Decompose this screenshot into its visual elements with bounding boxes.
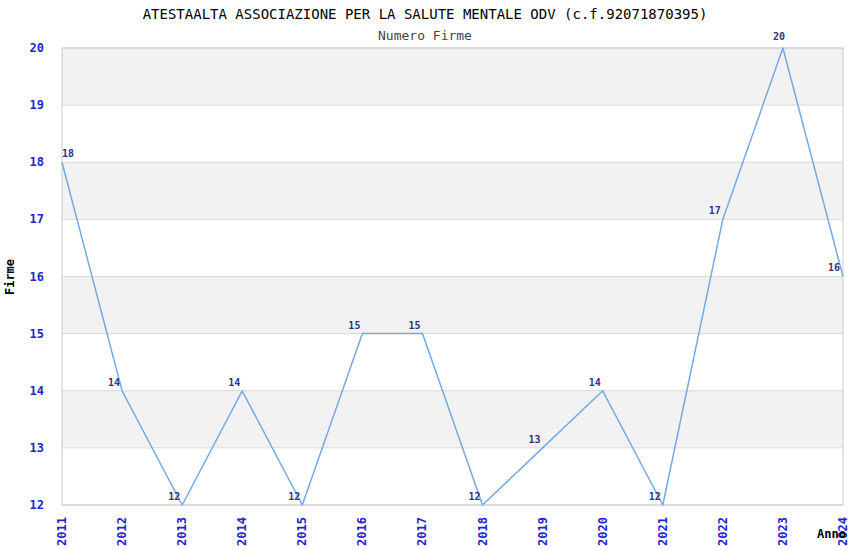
y-tick-label: 12 — [30, 498, 44, 512]
x-tick-label: 2013 — [175, 517, 189, 546]
y-tick-label: 14 — [30, 384, 44, 398]
x-tick-label: 2012 — [115, 517, 129, 546]
y-tick-label: 20 — [30, 41, 44, 55]
x-axis-title: Anno — [817, 527, 846, 541]
point-label: 12 — [469, 491, 481, 502]
x-tick-label: 2019 — [536, 517, 550, 546]
point-label: 14 — [108, 377, 120, 388]
x-tick-label: 2017 — [415, 517, 429, 546]
y-tick-label: 16 — [30, 270, 44, 284]
y-tick-label: 15 — [30, 327, 44, 341]
point-label: 18 — [62, 148, 74, 159]
x-tick-label: 2020 — [596, 517, 610, 546]
point-label: 17 — [709, 205, 721, 216]
x-tick-label: 2011 — [55, 517, 69, 546]
point-label: 20 — [773, 31, 785, 42]
point-label: 14 — [228, 377, 240, 388]
y-tick-label: 13 — [30, 441, 44, 455]
plot-band — [62, 277, 843, 334]
x-tick-label: 2014 — [235, 517, 249, 546]
y-tick-label: 17 — [30, 212, 44, 226]
x-tick-label: 2021 — [656, 517, 670, 546]
point-label: 16 — [828, 262, 840, 273]
y-tick-label: 18 — [30, 155, 44, 169]
x-tick-label: 2016 — [355, 517, 369, 546]
plot-band — [62, 48, 843, 105]
x-tick-label: 2015 — [295, 517, 309, 546]
point-label: 12 — [168, 491, 180, 502]
chart-canvas: 1213141516171819202011201220132014201520… — [0, 0, 850, 550]
y-tick-label: 19 — [30, 98, 44, 112]
point-label: 12 — [288, 491, 300, 502]
point-label: 12 — [649, 491, 661, 502]
point-label: 14 — [589, 377, 601, 388]
point-label: 13 — [529, 434, 541, 445]
y-axis-title: Firme — [3, 259, 17, 295]
point-label: 15 — [348, 320, 360, 331]
point-label: 15 — [408, 320, 420, 331]
chart-container: ATESTAALTA ASSOCIAZIONE PER LA SALUTE ME… — [0, 0, 850, 550]
x-tick-label: 2022 — [716, 517, 730, 546]
x-tick-label: 2018 — [476, 517, 490, 546]
x-tick-label: 2023 — [776, 517, 790, 546]
